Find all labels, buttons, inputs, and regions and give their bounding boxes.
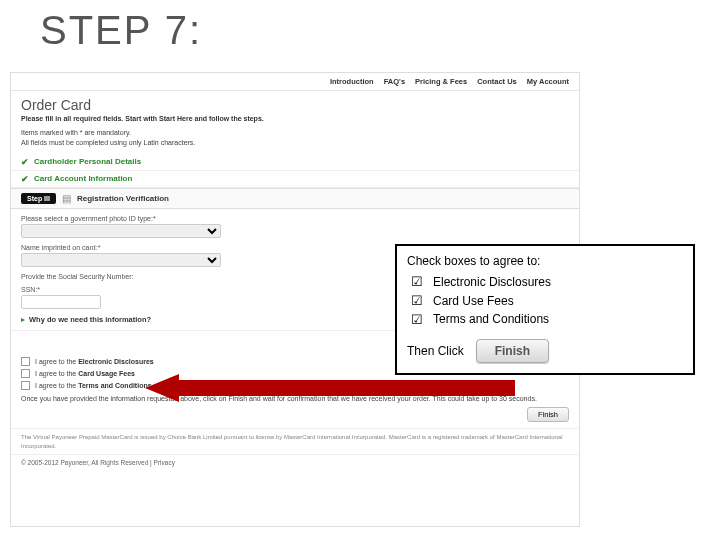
step-label: Registration Verification	[77, 194, 169, 203]
finish-button[interactable]: Finish	[527, 407, 569, 422]
caret-icon: ▸	[21, 315, 25, 324]
callout-title: Check boxes to agree to:	[407, 254, 683, 268]
select-name-on-card[interactable]	[21, 253, 221, 267]
note-latin: All fields must be completed using only …	[21, 138, 569, 148]
checkbox-fees[interactable]	[21, 369, 30, 378]
section-title: Card Account Information	[34, 174, 132, 183]
note-mandatory: Items marked with * are mandatory.	[21, 128, 569, 138]
nav-faqs[interactable]: FAQ's	[384, 77, 405, 86]
section-title: Cardholder Personal Details	[34, 157, 141, 166]
agree-text: I agree to the Card Usage Fees	[35, 370, 135, 377]
checkbox-icon: ☑	[411, 293, 423, 310]
agree-text: I agree to the Electronic Disclosures	[35, 358, 154, 365]
nav-introduction[interactable]: Introduction	[330, 77, 374, 86]
step-header: Step III ▤ Registration Verification	[11, 188, 579, 209]
callout-item: Terms and Conditions	[433, 312, 549, 328]
section-account-info[interactable]: ✔ Card Account Information	[11, 171, 579, 188]
then-click-label: Then Click	[407, 344, 464, 358]
callout-item: Electronic Disclosures	[433, 275, 551, 291]
callout-list: ☑Electronic Disclosures ☑Card Use Fees ☑…	[407, 274, 683, 329]
instruction-callout: Check boxes to agree to: ☑Electronic Dis…	[395, 244, 695, 375]
nav-contact[interactable]: Contact Us	[477, 77, 517, 86]
top-nav: Introduction FAQ's Pricing & Fees Contac…	[11, 73, 579, 91]
form-notes: Items marked with * are mandatory. All f…	[11, 122, 579, 154]
page-title: Order Card	[11, 91, 579, 115]
checkbox-icon: ☑	[411, 274, 423, 291]
paper-icon: ▤	[62, 193, 71, 204]
check-icon: ✔	[21, 174, 29, 184]
agree-text: I agree to the Terms and Conditions	[35, 382, 152, 389]
finish-note: Once you have provided the information r…	[21, 394, 569, 404]
check-icon: ✔	[21, 157, 29, 167]
checkbox-icon: ☑	[411, 312, 423, 329]
footer-text: © 2005-2012 Payoneer, All Rights Reserve…	[11, 454, 579, 470]
label-id-type: Please select a government photo ID type…	[21, 215, 569, 222]
slide-title: STEP 7:	[40, 8, 202, 53]
intro-text: Please fill in all required fields. Star…	[11, 115, 579, 122]
nav-pricing[interactable]: Pricing & Fees	[415, 77, 467, 86]
input-ssn[interactable]	[21, 295, 101, 309]
legal-text: The Virtual Payoneer Prepaid MasterCard …	[11, 428, 579, 454]
callout-item: Card Use Fees	[433, 294, 514, 310]
nav-my-account[interactable]: My Account	[527, 77, 569, 86]
help-text: Why do we need this information?	[29, 315, 151, 324]
step-badge: Step III	[21, 193, 56, 204]
checkbox-disclosures[interactable]	[21, 357, 30, 366]
section-personal-details[interactable]: ✔ Cardholder Personal Details	[11, 154, 579, 171]
select-id-type[interactable]	[21, 224, 221, 238]
callout-finish-button[interactable]: Finish	[476, 339, 549, 363]
checkbox-terms[interactable]	[21, 381, 30, 390]
